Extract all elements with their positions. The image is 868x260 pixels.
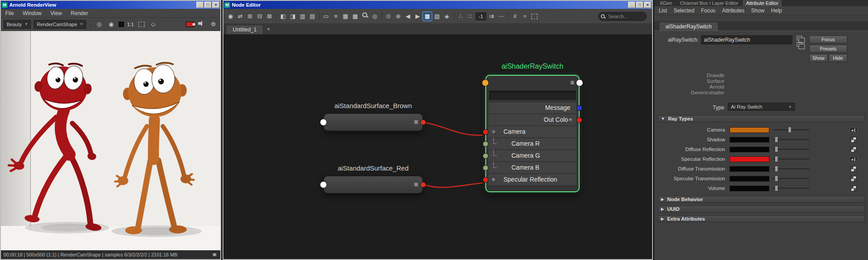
show-input-connections-icon[interactable]: ◧ xyxy=(279,12,288,21)
color-swatch[interactable] xyxy=(730,166,769,172)
input-port[interactable] xyxy=(483,177,488,182)
texture-map-icon[interactable] xyxy=(851,147,856,152)
output-port[interactable] xyxy=(576,117,582,123)
color-swatch[interactable] xyxy=(730,176,769,182)
input-port[interactable] xyxy=(483,153,488,159)
aov-select[interactable]: Beauty ▼ xyxy=(4,20,31,29)
pin-panel-icon[interactable]: ◉ xyxy=(226,12,235,21)
menu-attributes[interactable]: Attributes xyxy=(722,8,745,14)
rayswitch-attr-specular-reflection[interactable]: +Specular Reflection xyxy=(488,174,576,185)
renderview-close-button[interactable]: × xyxy=(212,2,219,8)
section-uuid[interactable]: ▶UUID xyxy=(658,206,864,213)
node-header[interactable]: ≡ xyxy=(486,76,579,90)
wire-brown-to-camera[interactable] xyxy=(423,122,482,135)
display-full-mode-icon[interactable]: ▦ xyxy=(341,12,350,21)
foreground-color-swatch[interactable] xyxy=(186,22,194,27)
menu-list[interactable]: List xyxy=(659,8,667,14)
header-input-port[interactable] xyxy=(482,79,489,86)
crop-region-icon[interactable] xyxy=(137,20,146,29)
rgb-channels-icon[interactable]: ◉ xyxy=(107,20,115,29)
color-swatch[interactable] xyxy=(730,137,769,143)
rayswitch-attr-camera-g[interactable]: Camera G xyxy=(488,150,576,161)
texture-map-icon[interactable] xyxy=(851,176,856,182)
tear-off-copy-icon[interactable] xyxy=(797,42,802,47)
node-editor-titlebar[interactable]: M Node Editor _□× xyxy=(223,1,652,9)
focus-button[interactable]: Focus xyxy=(809,35,847,43)
add-tab-button[interactable]: + xyxy=(264,24,273,34)
input-port[interactable] xyxy=(483,141,488,147)
connection-indicator-icon[interactable]: ▸ xyxy=(849,156,857,162)
swatch-display-icon[interactable]: ▧ xyxy=(433,12,442,21)
slider-handle[interactable] xyxy=(788,127,791,133)
input-port[interactable] xyxy=(483,129,488,135)
panel-tab-xgen[interactable]: XGen xyxy=(656,0,676,6)
value-slider[interactable] xyxy=(773,175,809,182)
presets-button[interactable]: Presets xyxy=(809,45,847,53)
node-aishaderrayswitch[interactable]: ≡ Message+Out Color−CameraCamera RCamera… xyxy=(485,75,580,192)
menu-file[interactable]: File xyxy=(5,10,14,16)
hide-button[interactable]: Hide xyxy=(829,54,847,62)
renderview-maximize-button[interactable]: □ xyxy=(204,2,211,8)
node-name-field[interactable] xyxy=(701,35,792,44)
type-dropdown[interactable]: Ai Ray Switch ▼ xyxy=(728,103,795,111)
input-port[interactable] xyxy=(320,181,327,188)
panel-tab-attribute-editor[interactable]: Attribute Editor xyxy=(743,0,782,6)
clear-graph-icon[interactable]: ⊠ xyxy=(265,12,274,21)
texture-map-icon[interactable] xyxy=(851,166,856,172)
menu-window[interactable]: Window xyxy=(23,10,42,16)
traverse-upstream-icon[interactable]: ◀ xyxy=(403,12,412,21)
menu-show[interactable]: Show xyxy=(751,8,764,14)
precision-field[interactable]: -1 xyxy=(476,12,486,20)
node-aistandardsurface-red[interactable]: ≡ xyxy=(323,176,423,194)
marquee-zoom-icon[interactable] xyxy=(530,12,539,21)
connection-style-icon[interactable]: ≈ xyxy=(520,12,529,21)
show-output-connections-icon[interactable]: ◨ xyxy=(288,12,297,21)
add-to-graph-icon[interactable]: ⊞ xyxy=(246,12,254,21)
traverse-downstream-icon[interactable]: ▶ xyxy=(413,12,422,21)
node-tab[interactable]: aiShaderRaySwitch xyxy=(659,22,718,31)
dot-grid-icon[interactable]: ∷ xyxy=(466,12,475,21)
slider-handle[interactable] xyxy=(775,175,778,182)
expand-icon[interactable]: + xyxy=(491,177,496,182)
node-menu-icon[interactable]: ≡ xyxy=(414,118,418,126)
expand-triangle-icon[interactable]: ▶ xyxy=(661,197,664,202)
slider-handle[interactable] xyxy=(775,136,778,143)
render-settings-gear-icon[interactable]: ⚙ xyxy=(209,20,218,29)
display-simple-mode-icon[interactable]: ▭ xyxy=(322,12,330,21)
rayswitch-attr-message[interactable]: Message xyxy=(488,102,576,113)
camera-select[interactable]: RenderCamShape ▼ xyxy=(34,20,86,29)
menu-view[interactable]: View xyxy=(50,10,62,16)
expand-icon[interactable]: + xyxy=(568,117,573,122)
grid-snap-icon[interactable]: ▦ xyxy=(423,12,432,21)
color-swatch[interactable] xyxy=(730,156,769,162)
node-rename-field[interactable] xyxy=(489,91,576,100)
graph-tab[interactable]: Untitled_1 xyxy=(226,25,263,34)
display-connected-mode-icon[interactable]: ≡ xyxy=(331,12,340,21)
node-menu-icon[interactable]: ≡ xyxy=(570,79,574,87)
search-connections-icon[interactable] xyxy=(361,12,369,21)
output-port[interactable] xyxy=(420,120,426,125)
output-port[interactable] xyxy=(576,105,582,111)
unpin-all-icon[interactable]: ⊛ xyxy=(394,12,403,21)
dot-format-icon[interactable]: ∴ xyxy=(456,12,465,21)
sync-graph-icon[interactable]: ⇄ xyxy=(236,12,245,21)
menu-focus[interactable]: Focus xyxy=(701,8,715,14)
rayswitch-attr-camera[interactable]: −Camera xyxy=(488,126,576,137)
output-port[interactable] xyxy=(420,182,426,188)
section-extra-attributes[interactable]: ▶Extra Attributes xyxy=(658,215,864,222)
rayswitch-attr-out-color[interactable]: +Out Color xyxy=(488,114,576,125)
more-options-icon[interactable]: ⋯ xyxy=(497,12,506,21)
value-slider[interactable] xyxy=(773,156,809,162)
wire-red-to-specular[interactable] xyxy=(423,183,482,187)
preview-panel-icon[interactable]: ◎ xyxy=(370,12,379,21)
renderview-minimize-button[interactable]: _ xyxy=(196,2,204,8)
section-node-behavior[interactable]: ▶Node Behavior xyxy=(658,196,864,203)
node-editor-close-button[interactable]: × xyxy=(644,2,651,8)
input-port[interactable] xyxy=(320,119,327,126)
rayswitch-attr-camera-b[interactable]: Camera B xyxy=(488,162,576,173)
section-ray-types[interactable]: ▼ Ray Types xyxy=(658,115,864,122)
node-aistandardsurface-brown[interactable]: ≡ xyxy=(323,113,423,131)
color-swatch[interactable] xyxy=(730,147,769,152)
panel-tab-channel-box-layer-editor[interactable]: Channel Box / Layer Editor xyxy=(676,0,741,6)
layout-graph-icon[interactable]: ▤ xyxy=(308,12,317,21)
